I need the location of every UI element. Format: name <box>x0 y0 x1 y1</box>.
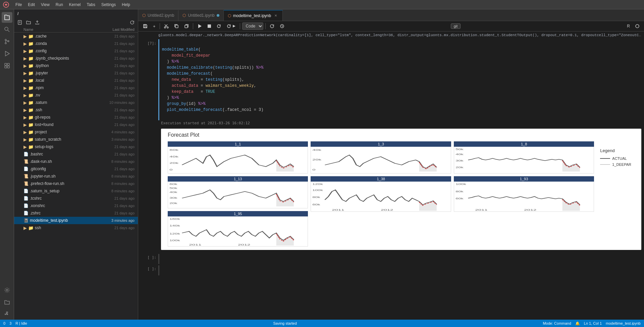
restart-button[interactable] <box>215 23 223 29</box>
clock-button[interactable] <box>278 23 286 29</box>
upload-button[interactable] <box>34 19 41 26</box>
tab-untitled2[interactable]: ⬡ Untitled2.ipynb <box>138 10 178 21</box>
cell-7-input[interactable]: modeltime_table( model_fit_deepar ) %>% … <box>158 39 644 120</box>
file-item[interactable]: 📄 .zshrc 21 days ago <box>14 209 138 217</box>
activity-files[interactable] <box>2 12 12 23</box>
activity-settings[interactable] <box>2 285 12 296</box>
restart-run-button[interactable] <box>225 23 238 29</box>
menu-view[interactable]: View <box>38 2 52 8</box>
cell-empty-1-input[interactable] <box>158 254 644 264</box>
toolbar-separator-2 <box>193 23 193 29</box>
svg-text:60k: 60k <box>455 198 464 200</box>
file-item[interactable]: ▶ 📁 setup-logs 21 days ago <box>14 143 138 150</box>
git-badge[interactable]: git <box>451 23 461 29</box>
file-item[interactable]: ▶ 📁 .saturn 10 minutes ago <box>14 99 138 106</box>
run-button[interactable] <box>195 23 204 29</box>
svg-marker-56 <box>419 201 437 211</box>
svg-text:140k: 140k <box>169 224 180 227</box>
activity-puzzle[interactable] <box>2 309 12 320</box>
file-item[interactable]: ▶ 📁 .ipython 21 days ago <box>14 62 138 69</box>
file-item[interactable]: 📄 .tcshrc 21 days ago <box>14 195 138 202</box>
stop-button[interactable] <box>205 23 213 29</box>
file-item[interactable]: ▶ 📁 .jupyter 21 days ago <box>14 69 138 77</box>
cell-empty-2-input[interactable] <box>158 265 644 275</box>
file-item[interactable]: 📜 .dask-run.sh 8 minutes ago <box>14 158 138 165</box>
chart-1-1-header: 1_1 <box>168 141 308 147</box>
activity-extensions[interactable] <box>2 60 12 71</box>
file-name: ▶ 📁 .saturn <box>23 100 91 105</box>
file-item[interactable]: ▶ 📁 .cache 21 days ago <box>14 32 138 40</box>
activity-folder[interactable] <box>2 297 12 308</box>
file-item[interactable]: ▶ 📁 saturn_scratch 3 minutes ago <box>14 136 138 143</box>
tab-untitled1[interactable]: ⬡ Untitled1.ipynb <box>178 10 223 21</box>
file-item[interactable]: 📄 .bashrc 21 days ago <box>14 150 138 158</box>
legend-actual-label: ACTUAL <box>612 156 627 160</box>
cell-empty-1: [ ]: <box>138 254 644 264</box>
file-item[interactable]: ▶ 📁 .nv 21 days ago <box>14 91 138 99</box>
file-item[interactable]: ▶ 📁 .local 21 days ago <box>14 77 138 84</box>
svg-text:100k: 100k <box>169 239 180 242</box>
file-item[interactable]: 📜 .jupyter-run.sh 8 minutes ago <box>14 173 138 180</box>
cut-button[interactable] <box>162 23 171 29</box>
cell-7-body[interactable]: modeltime_table( model_fit_deepar ) %>% … <box>158 39 644 253</box>
activity-run[interactable] <box>2 48 12 59</box>
status-filename: modeltime_test.ipynb <box>606 321 641 325</box>
paste-button[interactable] <box>182 23 191 29</box>
refresh-button[interactable] <box>128 19 136 26</box>
status-right: Mode: Command 🔔 Ln 1, Col 1 modeltime_te… <box>543 321 641 326</box>
menu-tabs[interactable]: Tabs <box>84 2 98 8</box>
chart-col-3: 1_8 50k 40k 30k 20k <box>454 141 594 212</box>
file-item[interactable]: ▶ 📁 lost+found 21 days ago <box>14 121 138 128</box>
file-name: ▶ 📁 .local <box>23 78 91 83</box>
file-modified: 21 days ago <box>91 145 135 149</box>
menu-file[interactable]: File <box>13 2 24 8</box>
file-item[interactable]: ▶ 📁 ssh 21 days ago <box>14 224 138 232</box>
file-item[interactable]: ▶ 📁 .ipynb_checkpoints 21 days ago <box>14 55 138 62</box>
new-file-button[interactable] <box>16 19 23 26</box>
file-item[interactable]: 📄 .xonshrc 21 days ago <box>14 202 138 209</box>
menu-kernel[interactable]: Kernel <box>66 2 84 8</box>
cell-empty-2-body[interactable] <box>158 265 644 275</box>
cell-empty-1-body[interactable] <box>158 254 644 264</box>
chart-1-38-header: 1_38 <box>311 176 451 182</box>
file-item[interactable]: 📓 modeltime_test.ipynb 3 minutes ago <box>14 217 138 224</box>
tab-dot-untitled1 <box>217 14 219 17</box>
tab-close-modeltime[interactable]: ✕ <box>273 13 278 18</box>
file-name: ▶ 📁 setup-logs <box>23 144 91 149</box>
file-list: ▶ 📁 .cache 21 days ago ▶ 📁 .conda 21 day… <box>14 32 138 320</box>
status-mode: Mode: Command <box>543 321 571 325</box>
menu-help[interactable]: Help <box>119 2 133 8</box>
file-item[interactable]: ▶ 📁 project 4 minutes ago <box>14 128 138 136</box>
refresh-outputs-button[interactable] <box>268 23 276 29</box>
svg-point-29 <box>636 24 639 28</box>
file-item[interactable]: ▶ 📁 git-repos 21 days ago <box>14 114 138 121</box>
svg-rect-18 <box>144 24 146 25</box>
add-cell-button[interactable]: + <box>151 23 158 29</box>
file-item[interactable]: 📄 .saturn_is_setup 8 minutes ago <box>14 187 138 195</box>
activity-git[interactable] <box>2 36 12 47</box>
activity-search[interactable] <box>2 24 12 35</box>
file-item[interactable]: ▶ 📁 .conda 21 days ago <box>14 40 138 47</box>
menu-run[interactable]: Run <box>53 2 66 8</box>
tab-modeltime[interactable]: ⬡ modeltime_test.ipynb ✕ <box>224 10 283 21</box>
menu-edit[interactable]: Edit <box>25 2 38 8</box>
file-item[interactable]: ▶ 📁 .npm 21 days ago <box>14 84 138 91</box>
file-item[interactable]: ▶ 📁 .ssh 21 days ago <box>14 106 138 114</box>
forecast-title: Forecast Plot <box>168 132 635 138</box>
file-item[interactable]: 📄 .gitconfig 21 days ago <box>14 165 138 173</box>
file-item[interactable]: 📜 .prefect-flow-run.sh 8 minutes ago <box>14 180 138 187</box>
tab-icon-modeltime: ⬡ <box>228 13 231 18</box>
chart-1-38-body: 120k 100k 80k 60k 2011 <box>311 182 451 212</box>
menu-settings[interactable]: Settings <box>99 2 118 8</box>
new-folder-button[interactable] <box>25 19 32 26</box>
copy-button[interactable] <box>172 23 181 29</box>
svg-rect-24 <box>185 25 187 28</box>
save-button[interactable] <box>141 23 150 29</box>
status-cursor: Ln 1, Col 1 <box>584 321 602 325</box>
svg-point-21 <box>164 27 166 28</box>
file-item[interactable]: ▶ 📁 .config 21 days ago <box>14 47 138 55</box>
file-modified: 21 days ago <box>91 56 135 60</box>
cell-type-select[interactable]: Code <box>242 22 263 30</box>
file-name: ▶ 📁 .ipython <box>23 63 91 68</box>
r-button[interactable]: R <box>625 23 632 29</box>
